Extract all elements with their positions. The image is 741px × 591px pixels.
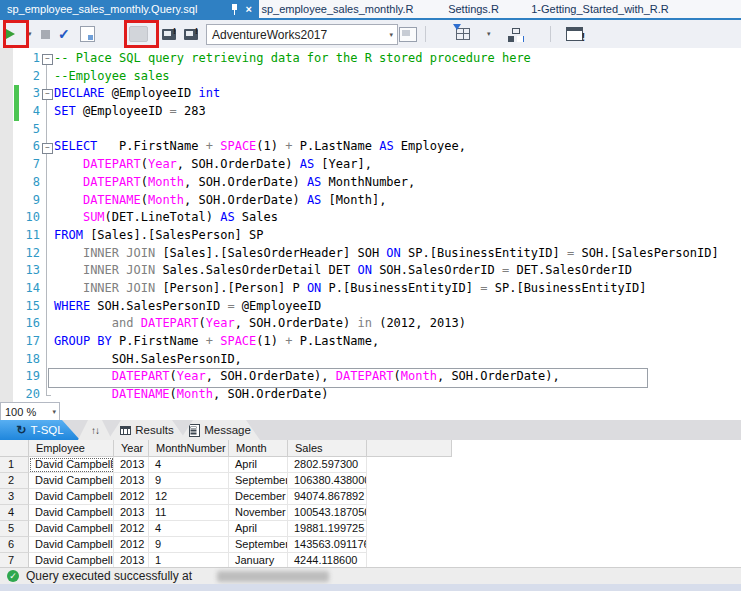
grid-cell[interactable]: 9 xyxy=(149,473,229,489)
grid-cell[interactable]: David Campbell xyxy=(29,505,114,521)
messages-window-button[interactable] xyxy=(566,24,583,44)
grid-cell[interactable]: 9 xyxy=(149,537,229,553)
column-header-employee[interactable]: Employee xyxy=(29,440,114,457)
row-header[interactable]: 2 xyxy=(0,473,29,489)
grid-cell[interactable]: January xyxy=(229,553,288,567)
grid-cell[interactable]: David Campbell xyxy=(29,489,114,505)
table-row[interactable]: 7David Campbell20131January4244.118600 xyxy=(0,553,741,567)
grid-cell[interactable]: David Campbell xyxy=(29,457,114,473)
sort-toggle-tab[interactable]: ↑↓ xyxy=(78,420,112,440)
change-connection-button[interactable] xyxy=(184,24,198,44)
table-row[interactable]: 1David Campbell20134April2802.597300 xyxy=(0,457,741,473)
grid-cell[interactable]: 2012 xyxy=(114,537,149,553)
code-line[interactable]: 15WHERE SOH.SalesPersonID = @EmployeeID xyxy=(0,298,741,316)
column-header-monthnumber[interactable]: MonthNumber xyxy=(149,440,229,457)
code-line[interactable]: 9 DATENAME(Month, SOH.OrderDate) AS [Mon… xyxy=(0,192,741,210)
code-line[interactable]: 11FROM [Sales].[SalesPerson] SP xyxy=(0,227,741,245)
grid-cell[interactable]: 4 xyxy=(149,521,229,537)
collapse-toggle-icon[interactable]: − xyxy=(42,143,53,154)
tab-settings-r[interactable]: Settings.R xyxy=(416,0,531,18)
code-line[interactable]: 1-- Place SQL query retrieving data for … xyxy=(0,50,741,68)
grid-cell[interactable]: 106380.438000 xyxy=(288,473,367,489)
grid-cell[interactable]: 11 xyxy=(149,505,229,521)
grid-cell[interactable]: December xyxy=(229,489,288,505)
collapse-toggle-icon[interactable]: − xyxy=(42,89,53,100)
tab-message[interactable]: Message xyxy=(180,420,260,440)
zoom-selector[interactable]: 100 % ▾ xyxy=(0,402,60,421)
grid-cell[interactable]: November xyxy=(229,505,288,521)
disabled-button[interactable] xyxy=(129,24,148,44)
grid-cell[interactable]: David Campbell xyxy=(29,521,114,537)
grid-cell[interactable]: David Campbell xyxy=(29,537,114,553)
table-row[interactable]: 2David Campbell20139September106380.4380… xyxy=(0,473,741,489)
grid-cell[interactable]: September xyxy=(229,537,288,553)
code-line[interactable]: 4SET @EmployeeID = 283 xyxy=(0,103,741,121)
code-line[interactable]: 18 SOH.SalesPersonID, xyxy=(0,351,741,369)
grid-cell[interactable]: 2802.597300 xyxy=(288,457,367,473)
row-header[interactable]: 5 xyxy=(0,521,29,537)
execution-plan-button[interactable] xyxy=(508,24,523,44)
row-header[interactable]: 4 xyxy=(0,505,29,521)
cancel-button[interactable] xyxy=(41,24,50,44)
database-selector[interactable]: AdventureWorks2017 ▾ xyxy=(206,24,398,45)
grid-cell[interactable]: 2013 xyxy=(114,553,149,567)
grid-cell[interactable]: 2013 xyxy=(114,473,149,489)
execute-dropdown[interactable]: ▾ xyxy=(28,24,32,44)
row-header[interactable]: 1 xyxy=(0,457,29,473)
collapse-toggle-icon[interactable]: − xyxy=(42,54,53,65)
tab-query-sql[interactable]: sp_employee_sales_monthly.Query.sql × xyxy=(0,0,259,18)
grid-cell[interactable]: 2013 xyxy=(114,505,149,521)
pin-icon[interactable] xyxy=(230,3,240,15)
grid-cell[interactable]: 143563.091176 xyxy=(288,537,367,553)
code-line[interactable]: 13 INNER JOIN Sales.SalesOrderDetail DET… xyxy=(0,262,741,280)
tab-getting-started-r[interactable]: 1-Getting_Started_with_R.R xyxy=(531,0,669,18)
column-header-sales[interactable]: Sales xyxy=(288,440,367,457)
grid-cell[interactable]: 100543.187050 xyxy=(288,505,367,521)
sql-code-editor[interactable]: 1-- Place SQL query retrieving data for … xyxy=(0,48,741,402)
grid-cell[interactable]: David Campbell xyxy=(29,553,114,567)
code-line[interactable]: 3DECLARE @EmployeeID int xyxy=(0,85,741,103)
code-line[interactable]: 7 DATEPART(Year, SOH.OrderDate) AS [Year… xyxy=(0,156,741,174)
grid-cell[interactable]: 1 xyxy=(149,553,229,567)
code-line[interactable]: 6SELECT P.FirstName + SPACE(1) + P.LastN… xyxy=(0,138,741,156)
row-header[interactable]: 3 xyxy=(0,489,29,505)
code-line[interactable]: 10 SUM(DET.LineTotal) AS Sales xyxy=(0,209,741,227)
results-to-grid-button[interactable] xyxy=(456,24,470,44)
parse-button[interactable]: ✓ xyxy=(58,24,70,44)
grid-cell[interactable]: 19881.199725 xyxy=(288,521,367,537)
grid-cell[interactable]: 2013 xyxy=(114,457,149,473)
table-row[interactable]: 5David Campbell20124April19881.199725 xyxy=(0,521,741,537)
code-line[interactable]: 5 xyxy=(0,121,741,139)
grid-corner-cell[interactable] xyxy=(0,440,29,457)
row-header[interactable]: 7 xyxy=(0,553,29,567)
window-arrow-button[interactable] xyxy=(399,24,417,44)
tab-employee-sales-r[interactable]: sp_employee_sales_monthly.R xyxy=(259,0,416,18)
grid-cell[interactable]: April xyxy=(229,457,288,473)
column-header-year[interactable]: Year xyxy=(114,440,149,457)
grid-cell[interactable]: April xyxy=(229,521,288,537)
connect-button[interactable] xyxy=(162,24,176,44)
code-line[interactable]: 14 INNER JOIN [Person].[Person] P ON P.[… xyxy=(0,280,741,298)
grid-cell[interactable]: David Campbell xyxy=(29,473,114,489)
grid-cell[interactable]: 12 xyxy=(149,489,229,505)
results-grid[interactable]: EmployeeYearMonthNumberMonthSales 1David… xyxy=(0,440,741,567)
table-row[interactable]: 4David Campbell201311November100543.1870… xyxy=(0,505,741,521)
table-row[interactable]: 3David Campbell201212December94074.86789… xyxy=(0,489,741,505)
code-line[interactable]: 17GROUP BY P.FirstName + SPACE(1) + P.La… xyxy=(0,333,741,351)
tab-results[interactable]: Results xyxy=(108,420,186,440)
grid-cell[interactable]: September xyxy=(229,473,288,489)
grid-cell[interactable]: 4 xyxy=(149,457,229,473)
grid-cell[interactable]: 4244.118600 xyxy=(288,553,367,567)
code-line[interactable]: 12 INNER JOIN [Sales].[SalesOrderHeader]… xyxy=(0,245,741,263)
code-line[interactable]: 16 and DATEPART(Year, SOH.OrderDate) in … xyxy=(0,315,741,333)
table-row[interactable]: 6David Campbell20129September143563.0911… xyxy=(0,537,741,553)
grid-cell[interactable]: 2012 xyxy=(114,521,149,537)
close-icon[interactable]: × xyxy=(243,3,255,15)
column-header-month[interactable]: Month xyxy=(229,440,288,457)
grid-cell[interactable]: 2012 xyxy=(114,489,149,505)
grid-cell[interactable]: 94074.867892 xyxy=(288,489,367,505)
code-line[interactable]: 2--Employee sales xyxy=(0,68,741,86)
script-button[interactable] xyxy=(80,24,95,44)
code-line[interactable]: 8 DATEPART(Month, SOH.OrderDate) AS Mont… xyxy=(0,174,741,192)
grid-options-dropdown[interactable]: ▾ xyxy=(487,24,491,44)
